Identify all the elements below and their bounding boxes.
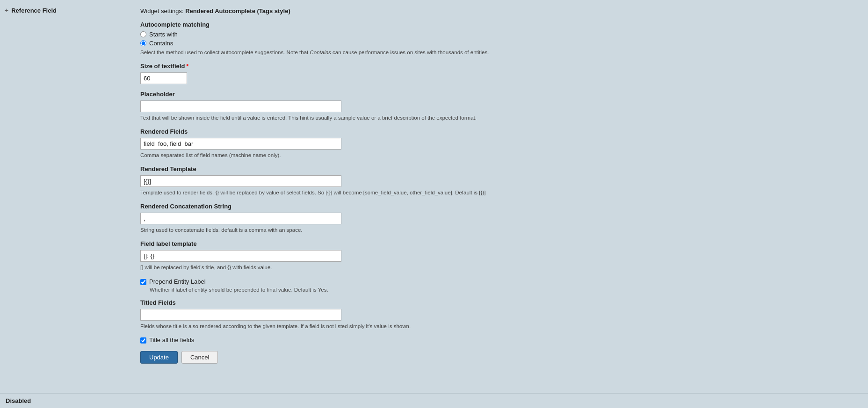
- placeholder-label: Placeholder: [140, 91, 859, 98]
- sidebar-item-reference-field[interactable]: + Reference Field: [4, 5, 127, 16]
- radio-contains[interactable]: Contains: [140, 40, 859, 47]
- field-label-template-input[interactable]: [140, 250, 341, 262]
- size-of-textfield-section: Size of textfield*: [140, 63, 859, 84]
- update-button[interactable]: Update: [140, 351, 178, 364]
- autocomplete-section: Autocomplete matching Starts with Contai…: [140, 21, 859, 56]
- required-marker: *: [186, 63, 188, 70]
- footer-disabled-label: Disabled: [6, 397, 31, 404]
- prepend-entity-label-section: Prepend Entity Label Whether if label of…: [140, 278, 859, 293]
- concatenation-string-label: Rendered Concatenation String: [140, 203, 859, 210]
- autocomplete-radio-group: Starts with Contains: [140, 31, 859, 47]
- placeholder-input[interactable]: [140, 100, 341, 112]
- concatenation-string-section: Rendered Concatenation String String use…: [140, 203, 859, 234]
- rendered-fields-input[interactable]: [140, 138, 341, 150]
- widget-settings-title: Rendered Autocomplete (Tags style): [185, 7, 290, 14]
- titled-fields-hint: Fields whose title is also rendered acco…: [140, 322, 859, 330]
- title-all-fields-item: Title all the fields: [140, 336, 859, 344]
- footer-bar: Disabled: [0, 393, 868, 408]
- titled-fields-input[interactable]: [140, 309, 341, 321]
- rendered-fields-label: Rendered Fields: [140, 128, 859, 135]
- radio-contains-input[interactable]: [140, 40, 146, 46]
- rendered-fields-hint: Comma separated list of field names (mac…: [140, 151, 859, 159]
- titled-fields-section: Titled Fields Fields whose title is also…: [140, 299, 859, 330]
- cancel-button[interactable]: Cancel: [181, 351, 218, 364]
- rendered-template-label: Rendered Template: [140, 165, 859, 172]
- radio-starts-with-label: Starts with: [149, 31, 178, 38]
- title-all-fields-checkbox[interactable]: [140, 337, 146, 344]
- rendered-fields-section: Rendered Fields Comma separated list of …: [140, 128, 859, 159]
- widget-settings-prefix: Widget settings:: [140, 7, 184, 14]
- size-of-textfield-input[interactable]: [140, 72, 187, 84]
- buttons-row: Update Cancel: [140, 351, 859, 364]
- content-area: Widget settings: Rendered Autocomplete (…: [131, 0, 868, 393]
- autocomplete-label: Autocomplete matching: [140, 21, 859, 28]
- title-all-fields-section: Title all the fields: [140, 336, 859, 344]
- title-all-fields-text: Title all the fields: [149, 336, 194, 344]
- placeholder-section: Placeholder Text that will be shown insi…: [140, 91, 859, 122]
- titled-fields-label: Titled Fields: [140, 299, 859, 306]
- radio-starts-with[interactable]: Starts with: [140, 31, 859, 38]
- prepend-entity-label-text: Prepend Entity Label: [149, 278, 206, 285]
- size-of-textfield-label: Size of textfield*: [140, 63, 859, 70]
- autocomplete-hint: Select the method used to collect autoco…: [140, 49, 859, 56]
- field-label-template-label: Field label template: [140, 240, 859, 247]
- widget-title: Widget settings: Rendered Autocomplete (…: [140, 7, 859, 14]
- rendered-template-hint: Template used to render fields. {} will …: [140, 189, 859, 196]
- prepend-entity-label-item: Prepend Entity Label: [140, 278, 859, 285]
- radio-starts-with-input[interactable]: [140, 31, 146, 37]
- field-label-template-hint: [] will be replaced by field's title, an…: [140, 264, 859, 271]
- prepend-entity-label-checkbox[interactable]: [140, 279, 146, 285]
- concatenation-string-hint: String used to concatenate fields. defau…: [140, 226, 859, 234]
- sidebar-item-label: Reference Field: [11, 7, 57, 14]
- field-label-template-section: Field label template [] will be replaced…: [140, 240, 859, 271]
- concatenation-string-input[interactable]: [140, 213, 341, 224]
- rendered-template-section: Rendered Template Template used to rende…: [140, 165, 859, 196]
- sidebar: + Reference Field: [0, 0, 131, 393]
- radio-contains-label: Contains: [149, 40, 173, 47]
- plus-icon: +: [5, 7, 8, 14]
- prepend-entity-label-hint: Whether if label of entity should be pre…: [150, 287, 859, 293]
- rendered-template-input[interactable]: [140, 175, 341, 187]
- placeholder-hint: Text that will be shown inside the field…: [140, 114, 859, 122]
